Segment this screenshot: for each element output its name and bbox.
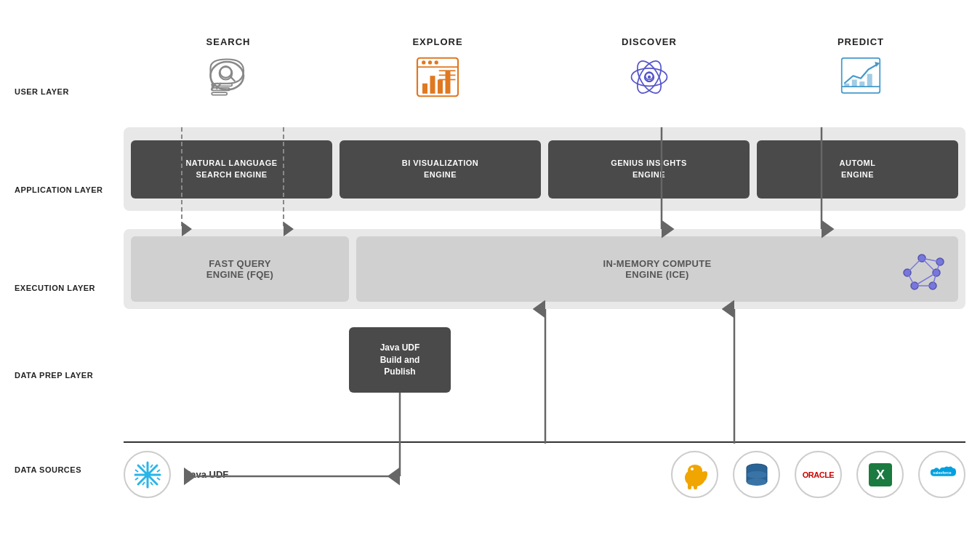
svg-line-60: [135, 478, 138, 480]
search-icon-item: SEARCH: [203, 36, 254, 103]
search-icon: [203, 52, 254, 103]
salesforce-icon: salesforce: [926, 464, 958, 486]
discover-icon: [624, 52, 675, 103]
excel-source: X: [856, 451, 904, 498]
diagram-container: USER LAYER APPLICATION LAYER EXECUTION L…: [0, 0, 980, 541]
user-layer-label: USER LAYER: [15, 87, 69, 96]
svg-rect-65: [688, 482, 691, 489]
divider-line: [124, 441, 965, 443]
main-content: SEARCH EXPLORE: [124, 15, 965, 526]
dataprep-layer-label: DATA PREP LAYER: [15, 371, 93, 380]
search-label: SEARCH: [206, 36, 251, 47]
svg-line-58: [150, 482, 153, 485]
discover-icon-item: DISCOVER: [622, 36, 677, 103]
app-layer-label: APPLICATION LAYER: [15, 185, 103, 194]
snowflake-source: [124, 451, 171, 498]
explore-icon-item: EXPLORE: [412, 36, 463, 103]
ice-label: IN-MEMORY COMPUTEENGINE (ICE): [603, 258, 712, 280]
svg-rect-29: [842, 57, 880, 92]
java-udf-source-label: Java UDF: [185, 469, 228, 480]
exec-layer-label: EXECUTION LAYER: [15, 284, 95, 292]
svg-point-64: [688, 465, 702, 476]
svg-rect-16: [446, 71, 451, 94]
svg-point-12: [435, 60, 438, 64]
svg-line-59: [135, 470, 138, 472]
svg-rect-5: [212, 92, 227, 95]
svg-text:salesforce: salesforce: [933, 470, 952, 474]
fqe-box: FAST QUERYENGINE (FQE): [131, 236, 349, 302]
svg-rect-66: [694, 482, 697, 489]
oracle-text: ORACLE: [803, 470, 834, 479]
svg-line-56: [150, 465, 153, 468]
snowflake-icon: [132, 460, 163, 490]
oracle-source: ORACLE: [795, 451, 842, 498]
svg-rect-32: [844, 83, 849, 86]
svg-point-54: [145, 472, 150, 478]
discover-label: DISCOVER: [622, 36, 677, 47]
svg-point-11: [428, 60, 432, 64]
ice-box: IN-MEMORY COMPUTEENGINE (ICE): [356, 236, 958, 302]
java-udf-build-box: Java UDFBuild andPublish: [349, 327, 451, 393]
svg-point-72: [747, 471, 767, 478]
svg-line-62: [157, 478, 160, 480]
svg-rect-35: [867, 73, 872, 87]
excel-icon: X: [866, 460, 895, 489]
svg-point-71: [747, 478, 767, 486]
bive-box: BI VISUALIZATIONENGINE: [340, 140, 541, 199]
predict-icon: [835, 52, 886, 103]
svg-point-21: [648, 75, 651, 78]
predict-icon-item: PREDICT: [835, 36, 886, 103]
exec-layer-box: FAST QUERYENGINE (FQE) IN-MEMORY COMPUTE…: [124, 229, 965, 309]
svg-line-61: [157, 470, 160, 472]
explore-label: EXPLORE: [412, 36, 462, 47]
svg-line-7: [230, 76, 235, 81]
hadoop-icon: [679, 459, 711, 491]
svg-line-57: [142, 482, 145, 485]
dynamodb-source: [733, 451, 780, 498]
hadoop-source: [671, 451, 718, 498]
gie-box: GENIUS INSIGHTSENGINE: [548, 140, 750, 199]
app-layer-box: NATURAL LANGUAGESEARCH ENGINE BI VISUALI…: [124, 127, 965, 211]
datasources-layer-label: DATA SOURCES: [15, 465, 81, 474]
svg-rect-14: [430, 76, 435, 94]
automl-box: AUTOMLENGINE: [757, 140, 958, 199]
svg-rect-13: [422, 83, 427, 93]
salesforce-source: salesforce: [918, 451, 965, 498]
nlse-box: NATURAL LANGUAGESEARCH ENGINE: [131, 140, 332, 199]
user-icons-row: SEARCH EXPLORE: [124, 29, 965, 109]
dynamodb-icon: [741, 459, 773, 491]
svg-rect-33: [852, 79, 857, 87]
network-icon: [893, 244, 951, 294]
svg-line-55: [142, 465, 145, 468]
svg-line-42: [907, 258, 922, 273]
svg-point-67: [691, 468, 694, 470]
explore-icon: [412, 52, 463, 103]
svg-rect-34: [859, 81, 864, 87]
predict-label: PREDICT: [838, 36, 884, 47]
svg-point-10: [422, 60, 425, 64]
svg-rect-15: [438, 79, 443, 93]
svg-text:X: X: [875, 468, 884, 482]
data-sources-row: Java UDF: [124, 451, 965, 498]
